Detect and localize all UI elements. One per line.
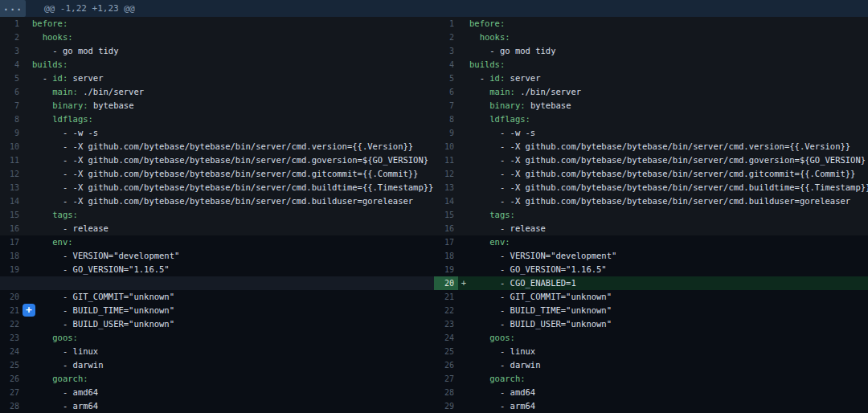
diff-marker bbox=[458, 44, 469, 58]
yaml-text bbox=[32, 333, 52, 342]
line-number[interactable]: 10 bbox=[434, 140, 458, 153]
add-comment-button[interactable]: + bbox=[23, 304, 35, 317]
line-number[interactable]: 26 bbox=[0, 372, 24, 386]
line-number[interactable]: 5 bbox=[434, 72, 458, 85]
diff-row: 22 - BUILD_USER="unknown" bbox=[0, 317, 434, 331]
line-number[interactable]: 25 bbox=[434, 345, 458, 358]
line-number[interactable]: 23 bbox=[0, 331, 24, 345]
line-number[interactable]: 7 bbox=[434, 99, 458, 112]
yaml-text: - -X github.com/bytebase/bytebase/bin/se… bbox=[32, 196, 413, 206]
diff-row: 12 - -X github.com/bytebase/bytebase/bin… bbox=[434, 167, 868, 181]
line-number[interactable]: 2 bbox=[434, 31, 458, 44]
line-number[interactable]: 24 bbox=[0, 345, 24, 358]
line-number[interactable]: 26 bbox=[434, 358, 458, 372]
line-number[interactable]: 1 bbox=[434, 17, 458, 31]
line-number[interactable]: 18 bbox=[0, 249, 24, 263]
line-number[interactable]: 22 bbox=[434, 304, 458, 317]
yaml-key: ldflags: bbox=[489, 114, 530, 124]
yaml-text: - darwin bbox=[32, 360, 104, 370]
line-number[interactable]: 6 bbox=[0, 85, 24, 99]
line-number[interactable]: 9 bbox=[434, 126, 458, 140]
line-number[interactable]: 2 bbox=[0, 31, 24, 44]
line-number[interactable]: 12 bbox=[434, 167, 458, 181]
diff-row: 26 goarch: bbox=[0, 372, 434, 386]
yaml-text: - -X github.com/bytebase/bytebase/bin/se… bbox=[469, 141, 850, 151]
diff-marker bbox=[24, 386, 32, 399]
line-content: - CGO_ENABLED=1 bbox=[469, 276, 868, 290]
line-number[interactable]: 21 bbox=[0, 304, 24, 317]
diff-marker bbox=[458, 249, 469, 263]
line-number[interactable]: 3 bbox=[434, 44, 458, 58]
diff-row: 22 - BUILD_TIME="unknown" bbox=[434, 304, 868, 317]
diff-marker bbox=[24, 331, 32, 345]
yaml-key: main: bbox=[489, 87, 515, 96]
line-number[interactable]: 1 bbox=[0, 17, 24, 31]
diff-row: 13 - -X github.com/bytebase/bytebase/bin… bbox=[434, 181, 868, 194]
diff-row: 18 - VERSION="development" bbox=[434, 249, 868, 263]
diff-row: 1before: bbox=[0, 17, 434, 31]
yaml-key: goarch: bbox=[52, 374, 88, 383]
diff-marker bbox=[458, 85, 469, 99]
diff-row: 6 main: ./bin/server bbox=[0, 85, 434, 99]
line-number[interactable]: 27 bbox=[434, 372, 458, 386]
line-number[interactable]: 4 bbox=[0, 58, 24, 72]
yaml-text: - release bbox=[32, 223, 108, 233]
diff-row: 7 binary: bytebase bbox=[0, 99, 434, 112]
line-number[interactable]: 8 bbox=[0, 112, 24, 126]
line-number[interactable]: 13 bbox=[434, 181, 458, 194]
line-number[interactable]: 17 bbox=[0, 235, 24, 249]
line-number[interactable]: 11 bbox=[434, 153, 458, 167]
line-number[interactable]: 23 bbox=[434, 317, 458, 331]
diff-marker bbox=[458, 153, 469, 167]
yaml-text: - -X github.com/bytebase/bytebase/bin/se… bbox=[32, 169, 418, 178]
line-number[interactable]: 13 bbox=[0, 181, 24, 194]
line-number[interactable]: 17 bbox=[434, 235, 458, 249]
line-number[interactable]: 12 bbox=[0, 167, 24, 181]
diff-row: 3 - go mod tidy bbox=[434, 44, 868, 58]
expand-diff-button[interactable]: ... bbox=[0, 0, 26, 17]
line-number[interactable]: 9 bbox=[0, 126, 24, 140]
yaml-text: - amd64 bbox=[32, 387, 98, 397]
line-number[interactable]: 20 bbox=[434, 276, 458, 290]
diff-row: 20+ - CGO_ENABLED=1 bbox=[434, 276, 868, 290]
line-number[interactable]: 16 bbox=[434, 222, 458, 235]
line-number[interactable]: 14 bbox=[0, 194, 24, 208]
yaml-text: - -X github.com/bytebase/bytebase/bin/se… bbox=[469, 182, 868, 192]
line-number[interactable]: 6 bbox=[434, 85, 458, 99]
diff-marker bbox=[24, 263, 32, 276]
line-number[interactable]: 15 bbox=[0, 208, 24, 222]
diff-marker bbox=[24, 31, 32, 44]
line-number[interactable]: 25 bbox=[0, 358, 24, 372]
line-number[interactable]: 20 bbox=[0, 290, 24, 304]
line-number[interactable]: 11 bbox=[0, 153, 24, 167]
yaml-text: - -X github.com/bytebase/bytebase/bin/se… bbox=[32, 182, 433, 192]
line-number[interactable]: 28 bbox=[0, 399, 24, 413]
line-number[interactable]: 15 bbox=[434, 208, 458, 222]
line-content: - GO_VERSION="1.16.5" bbox=[469, 263, 868, 276]
line-number[interactable]: 19 bbox=[0, 263, 24, 276]
line-number[interactable]: 24 bbox=[434, 331, 458, 345]
line-number[interactable]: 3 bbox=[0, 44, 24, 58]
line-number[interactable]: 14 bbox=[434, 194, 458, 208]
line-number[interactable]: 16 bbox=[0, 222, 24, 235]
yaml-text: - BUILD_USER="unknown" bbox=[469, 319, 612, 329]
line-number[interactable]: 19 bbox=[434, 263, 458, 276]
line-number[interactable]: 10 bbox=[0, 140, 24, 153]
line-number[interactable]: 8 bbox=[434, 112, 458, 126]
line-number[interactable]: 18 bbox=[434, 249, 458, 263]
line-number[interactable]: 22 bbox=[0, 317, 24, 331]
line-number[interactable]: 27 bbox=[0, 386, 24, 399]
diff-row: 19 - GO_VERSION="1.16.5" bbox=[0, 263, 434, 276]
yaml-key: id: bbox=[489, 73, 505, 83]
line-number[interactable]: 5 bbox=[0, 72, 24, 85]
yaml-text bbox=[469, 32, 480, 42]
line-number[interactable]: 7 bbox=[0, 99, 24, 112]
line-number[interactable]: 4 bbox=[434, 58, 458, 72]
line-number[interactable]: 29 bbox=[434, 399, 458, 413]
diff-marker bbox=[458, 31, 469, 44]
line-number[interactable]: 28 bbox=[434, 386, 458, 399]
line-number[interactable]: 21 bbox=[434, 290, 458, 304]
yaml-text: - release bbox=[469, 223, 546, 233]
line-content: - -X github.com/bytebase/bytebase/bin/se… bbox=[32, 194, 434, 208]
yaml-text: - -X github.com/bytebase/bytebase/bin/se… bbox=[469, 169, 855, 178]
